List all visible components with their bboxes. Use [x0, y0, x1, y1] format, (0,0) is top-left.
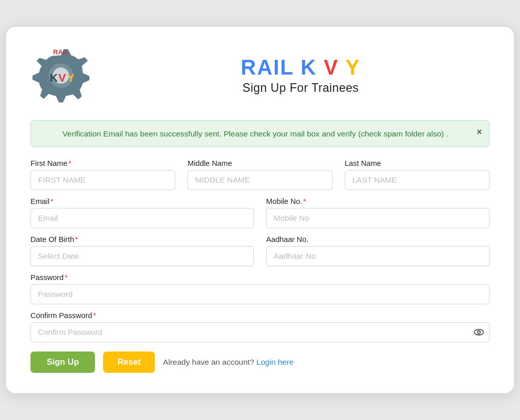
header: K V Y RAIL RAIL K V Y Sign Up For — [30, 45, 490, 106]
dob-label: Date Of Birth* — [30, 235, 254, 243]
svg-point-6 — [474, 330, 483, 335]
login-here-link[interactable]: Login here — [256, 358, 294, 366]
confirm-password-wrap — [30, 322, 490, 342]
password-input[interactable] — [30, 284, 490, 304]
form-actions: Sign Up Reset Already have an account? L… — [30, 352, 490, 373]
reset-button[interactable]: Reset — [103, 352, 155, 373]
brand-title: RAIL K V Y — [112, 56, 490, 79]
aadhaar-label: Aadhaar No. — [266, 235, 490, 243]
alert-close-button[interactable]: × — [477, 127, 482, 137]
aadhaar-group: Aadhaar No. — [266, 235, 490, 266]
last-name-label: Last Name — [345, 159, 490, 167]
alert-message: Verification Email has been successfully… — [62, 129, 448, 138]
email-group: Email* — [30, 197, 254, 228]
mobile-group: Mobile No.* — [266, 197, 490, 228]
email-label: Email* — [30, 197, 254, 205]
dob-input[interactable] — [30, 246, 254, 266]
title-area: RAIL K V Y Sign Up For Trainees — [112, 56, 490, 95]
logo-area: K V Y RAIL — [30, 45, 91, 106]
email-input[interactable] — [30, 208, 254, 228]
confirm-password-input[interactable] — [30, 322, 490, 342]
mobile-input[interactable] — [266, 208, 490, 228]
middle-name-label: Middle Name — [187, 159, 332, 167]
middle-name-group: Middle Name — [187, 159, 332, 190]
svg-text:K: K — [50, 72, 58, 84]
alert-banner: Verification Email has been successfully… — [30, 120, 490, 147]
password-label: Password* — [30, 273, 490, 282]
brand-v: V — [324, 55, 339, 79]
confirm-password-group: Confirm Password* — [30, 311, 490, 342]
brand-y: Y — [345, 55, 361, 79]
aadhaar-input[interactable] — [266, 246, 490, 266]
confirm-password-label: Confirm Password* — [30, 311, 490, 320]
svg-text:Y: Y — [67, 72, 75, 84]
middle-name-input[interactable] — [187, 170, 332, 190]
svg-text:V: V — [58, 72, 66, 84]
brand-k: K — [301, 55, 317, 79]
password-group: Password* — [30, 273, 490, 304]
dob-aadhaar-row: Date Of Birth* Aadhaar No. — [30, 235, 490, 273]
svg-point-7 — [477, 331, 480, 334]
svg-text:RAIL: RAIL — [53, 48, 69, 56]
first-name-input[interactable] — [30, 170, 175, 190]
signup-card: K V Y RAIL RAIL K V Y Sign Up For — [6, 27, 514, 393]
first-name-group: First Name* — [30, 159, 175, 190]
last-name-input[interactable] — [345, 170, 490, 190]
logo-icon: K V Y RAIL — [30, 45, 91, 106]
last-name-group: Last Name — [345, 159, 490, 190]
page-subtitle: Sign Up For Trainees — [112, 81, 490, 95]
already-account-text: Already have an account? Login here — [163, 358, 294, 367]
dob-group: Date Of Birth* — [30, 235, 254, 266]
brand-rail: RAIL — [241, 55, 294, 79]
name-row: First Name* Middle Name Last Name — [30, 159, 490, 197]
first-name-label: First Name* — [30, 159, 175, 167]
eye-icon — [473, 327, 484, 338]
signup-button[interactable]: Sign Up — [30, 352, 95, 373]
email-mobile-row: Email* Mobile No.* — [30, 197, 490, 235]
toggle-password-button[interactable] — [473, 327, 484, 338]
mobile-label: Mobile No.* — [266, 197, 490, 205]
